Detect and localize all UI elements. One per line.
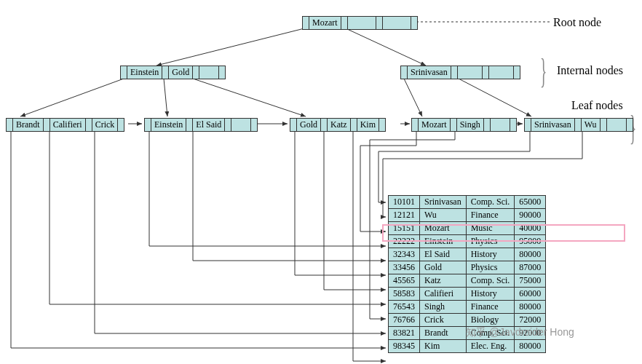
table-cell: 40000 xyxy=(515,222,546,235)
table-cell: Comp. Sci. xyxy=(466,274,515,288)
table-cell: Srinivasan xyxy=(420,196,467,209)
table-cell: 22222 xyxy=(389,235,420,248)
table-cell: Crick xyxy=(420,314,467,327)
table-row: 32343El SaidHistory80000 xyxy=(389,248,546,261)
table-cell: 75000 xyxy=(515,274,546,288)
table-cell: 80000 xyxy=(515,340,546,353)
table-row: 76543SinghFinance80000 xyxy=(389,301,546,314)
table-cell: 10101 xyxy=(389,196,420,209)
table-cell: 80000 xyxy=(515,301,546,314)
table-cell: 60000 xyxy=(515,288,546,301)
table-cell: 12121 xyxy=(389,209,420,222)
leaf-key: Srinivasan xyxy=(531,119,575,131)
table-row: 10101SrinivasanComp. Sci.65000 xyxy=(389,196,546,209)
table-cell: Physics xyxy=(466,235,515,248)
table-cell: 58583 xyxy=(389,288,420,301)
table-cell: 65000 xyxy=(515,196,546,209)
table-cell: 98345 xyxy=(389,340,420,353)
brace-icon: } xyxy=(540,51,547,91)
table-row: 15151MozartMusic40000 xyxy=(389,222,546,235)
table-cell: Elec. Eng. xyxy=(466,340,515,353)
table-cell: History xyxy=(466,288,515,301)
table-row: 76766CrickBiology72000 xyxy=(389,314,546,327)
table-cell: Music xyxy=(466,222,515,235)
leaf-node: Srinivasan Wu xyxy=(524,118,633,132)
leaf-key: Brandt xyxy=(13,119,44,131)
svg-line-5 xyxy=(193,79,306,116)
table-cell: 90000 xyxy=(515,209,546,222)
internal-nodes-label: Internal nodes xyxy=(557,64,623,77)
leaf-key: Kim xyxy=(357,119,379,131)
table-cell: 80000 xyxy=(515,248,546,261)
table-cell: Finance xyxy=(466,209,515,222)
table-cell: 72000 xyxy=(515,314,546,327)
leaf-key: Califieri xyxy=(50,119,86,131)
table-cell: Mozart xyxy=(420,222,467,235)
table-row: 33456GoldPhysics87000 xyxy=(389,261,546,274)
table-row: 45565KatzComp. Sci.75000 xyxy=(389,274,546,288)
svg-line-3 xyxy=(20,79,124,116)
leaf-key: El Said xyxy=(193,119,225,131)
svg-line-6 xyxy=(404,79,422,116)
table-cell: Einstein xyxy=(420,235,467,248)
table-cell: Brandt xyxy=(420,327,467,340)
table-cell: Califieri xyxy=(420,288,467,301)
root-node: Mozart xyxy=(302,16,418,30)
leaf-key: Katz xyxy=(328,119,351,131)
watermark-text: 知乎 @Javdroider Hong xyxy=(466,326,574,339)
svg-line-2 xyxy=(346,28,426,66)
table-cell: Kim xyxy=(420,340,467,353)
table-cell: Biology xyxy=(466,314,515,327)
table-cell: Gold xyxy=(420,261,467,274)
table-cell: Finance xyxy=(466,301,515,314)
svg-line-4 xyxy=(164,79,167,116)
table-cell: 76766 xyxy=(389,314,420,327)
table-cell: 45565 xyxy=(389,274,420,288)
table-cell: History xyxy=(466,248,515,261)
table-cell: 33456 xyxy=(389,261,420,274)
leaf-node: Mozart Singh xyxy=(411,118,517,132)
svg-line-7 xyxy=(459,79,531,116)
table-row: 22222EinsteinPhysics95000 xyxy=(389,235,546,248)
leaf-key: Gold xyxy=(297,119,321,131)
leaf-node: Gold Katz Kim xyxy=(290,118,386,132)
table-cell: Singh xyxy=(420,301,467,314)
table-cell: 83821 xyxy=(389,327,420,340)
table-cell: 87000 xyxy=(515,261,546,274)
leaf-node: Brandt Califieri Crick xyxy=(6,118,124,132)
internal-node: Einstein Gold xyxy=(120,66,226,79)
table-cell: 15151 xyxy=(389,222,420,235)
root-key: Mozart xyxy=(309,17,341,29)
root-node-label: Root node xyxy=(553,16,601,29)
table-cell: Wu xyxy=(420,209,467,222)
table-row: 58583CalifieriHistory60000 xyxy=(389,288,546,301)
leaf-key: Singh xyxy=(457,119,484,131)
internal-node: Srinivasan xyxy=(400,66,520,79)
leaf-key: Mozart xyxy=(419,119,451,131)
table-cell: El Said xyxy=(420,248,467,261)
leaf-key: Wu xyxy=(582,119,601,131)
table-cell: 32343 xyxy=(389,248,420,261)
internal-key: Gold xyxy=(169,66,193,79)
internal-key: Srinivasan xyxy=(408,66,451,79)
leaf-key: Crick xyxy=(92,119,119,131)
leaf-key: Einstein xyxy=(151,119,186,131)
table-cell: Katz xyxy=(420,274,467,288)
internal-key: Einstein xyxy=(127,66,162,79)
table-cell: 76543 xyxy=(389,301,420,314)
table-cell: Physics xyxy=(466,261,515,274)
table-cell: 95000 xyxy=(515,235,546,248)
leaf-node: Einstein El Said xyxy=(144,118,258,132)
table-cell: Comp. Sci. xyxy=(466,196,515,209)
svg-line-1 xyxy=(156,28,304,66)
table-row: 12121WuFinance90000 xyxy=(389,209,546,222)
leaf-nodes-label: Leaf nodes xyxy=(571,99,623,112)
table-row: 98345KimElec. Eng.80000 xyxy=(389,340,546,353)
